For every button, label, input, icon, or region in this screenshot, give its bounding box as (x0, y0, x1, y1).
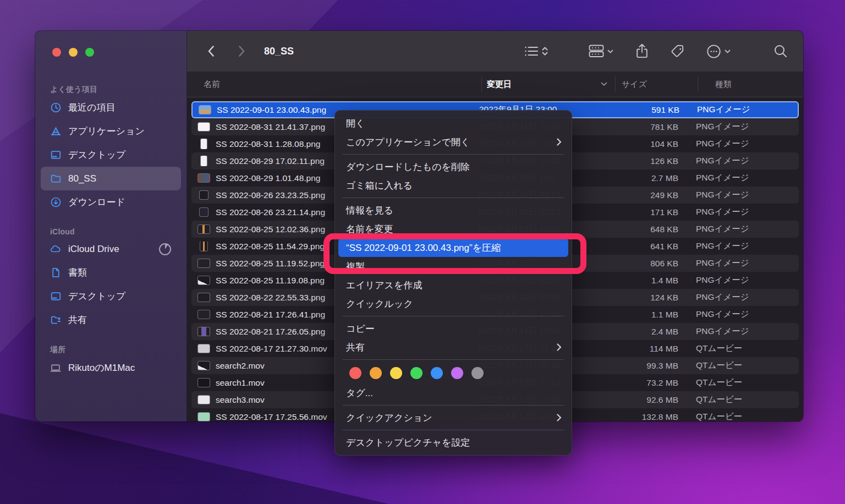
file-thumbnail (198, 123, 210, 131)
context-menu: 開く このアプリケーションで開く ダウンロードしたものを削除 ゴミ箱に入れる 情… (334, 110, 572, 456)
menu-item-move-to-trash[interactable]: ゴミ箱に入れる (335, 176, 572, 195)
zoom-button[interactable] (85, 48, 94, 57)
sync-progress-icon (159, 243, 171, 255)
tag-red[interactable] (349, 367, 361, 379)
sidebar-item-80-ss[interactable]: 80_SS (41, 167, 181, 190)
sidebar-item-desktop[interactable]: デスクトップ (41, 143, 181, 167)
menu-separator (343, 316, 564, 316)
sort-chevron-icon (601, 72, 607, 97)
column-header-name[interactable]: 名前 (204, 72, 220, 97)
column-divider[interactable] (481, 76, 482, 92)
tag-color-row (335, 363, 572, 384)
submenu-arrow-icon (557, 138, 562, 146)
menu-item-open-with[interactable]: このアプリケーションで開く (335, 133, 572, 151)
sidebar-item-m1mac[interactable]: RikutoのM1Mac (41, 356, 181, 380)
chevron-down-icon (725, 50, 731, 53)
minimize-button[interactable] (69, 48, 78, 57)
submenu-arrow-icon (557, 414, 562, 421)
sidebar-item-label: ダウンロード (68, 196, 125, 209)
sidebar-section-icloud: iCloud (50, 227, 186, 236)
menu-item-open[interactable]: 開く (335, 114, 572, 133)
chevron-down-icon (607, 50, 613, 53)
file-thumbnail (198, 276, 210, 284)
tag-blue[interactable] (431, 367, 443, 379)
share-button[interactable] (635, 43, 649, 59)
tag-green[interactable] (410, 367, 422, 379)
sidebar-item-documents[interactable]: 書類 (41, 261, 181, 284)
file-thumbnail (198, 344, 210, 353)
sidebar-item-label: iCloud Drive (68, 244, 152, 255)
menu-item-share[interactable]: 共有 (335, 338, 572, 357)
file-thumbnail (200, 191, 208, 199)
sidebar-section-locations: 場所 (50, 345, 186, 355)
tag-yellow[interactable] (390, 367, 402, 379)
desktop-icon (50, 291, 62, 303)
menu-item-tags[interactable]: タグ... (335, 384, 572, 402)
sidebar-item-label: デスクトップ (68, 290, 125, 303)
file-thumbnail (198, 396, 210, 404)
sidebar-item-label: アプリケーション (68, 125, 145, 138)
menu-separator (343, 154, 564, 155)
menu-item-make-alias[interactable]: エイリアスを作成 (335, 276, 572, 294)
close-button[interactable] (52, 48, 61, 57)
sidebar-item-label: 共有 (68, 314, 87, 326)
menu-item-quick-look[interactable]: クイックルック (335, 294, 572, 313)
file-thumbnail (198, 327, 210, 336)
file-thumbnail (199, 106, 211, 114)
tag-purple[interactable] (451, 367, 463, 379)
tag-button[interactable] (671, 44, 685, 59)
file-thumbnail (200, 242, 207, 251)
download-icon (50, 196, 62, 209)
column-divider[interactable] (615, 76, 616, 92)
desktop: よく使う項目 最近の項目 アプリケーション (0, 0, 845, 504)
menu-item-rename[interactable]: 名前を変更 (335, 220, 572, 238)
column-divider[interactable] (698, 76, 698, 92)
column-header-kind[interactable]: 種類 (715, 72, 732, 97)
sidebar-item-label: 最近の項目 (68, 101, 115, 114)
desktop-icon (50, 149, 62, 161)
column-header: 名前 変更日 サイズ 種類 (187, 72, 803, 97)
file-thumbnail (198, 361, 210, 370)
sidebar-item-shared[interactable]: 共有 (41, 308, 181, 332)
menu-separator (343, 359, 564, 360)
submenu-arrow-icon (557, 343, 562, 351)
file-thumbnail (198, 413, 210, 421)
menu-item-set-desktop-picture[interactable]: デスクトップピクチャを設定 (335, 433, 572, 452)
menu-item-delete-download[interactable]: ダウンロードしたものを削除 (335, 157, 572, 176)
sidebar-item-icloud-drive[interactable]: iCloud Drive (41, 237, 181, 261)
tag-gray[interactable] (471, 367, 484, 379)
sidebar-item-icloud-desktop[interactable]: デスクトップ (41, 284, 181, 308)
sort-direction-control[interactable] (542, 47, 548, 56)
window-controls (52, 48, 94, 57)
toolbar: 80_SS (187, 31, 803, 72)
group-by-button[interactable] (589, 45, 613, 58)
file-thumbnail (200, 208, 208, 216)
sidebar-item-applications[interactable]: アプリケーション (41, 119, 181, 143)
sidebar-item-label: 80_SS (68, 173, 96, 184)
file-thumbnail (201, 156, 207, 166)
clock-icon (50, 102, 62, 114)
menu-item-quick-actions[interactable]: クイックアクション (335, 408, 572, 427)
menu-item-duplicate[interactable]: 複製 (335, 257, 572, 276)
column-header-size[interactable]: サイズ (622, 72, 647, 97)
list-view-button[interactable] (524, 45, 539, 57)
menu-separator (343, 430, 564, 430)
tag-orange[interactable] (370, 367, 382, 379)
forward-button[interactable] (233, 43, 250, 59)
menu-item-copy[interactable]: コピー (335, 319, 572, 338)
file-thumbnail (201, 139, 207, 149)
menu-item-compress[interactable]: “SS 2022-09-01 23.00.43.png”を圧縮 (338, 238, 568, 257)
file-thumbnail (198, 225, 210, 233)
back-button[interactable] (202, 43, 219, 59)
appstore-icon (50, 125, 62, 138)
laptop-icon (50, 362, 62, 374)
sidebar-section-favorites: よく使う項目 (50, 85, 186, 95)
menu-item-get-info[interactable]: 情報を見る (335, 201, 572, 220)
folder-icon (50, 173, 62, 185)
more-actions-button[interactable] (706, 44, 731, 59)
search-icon[interactable] (773, 44, 788, 58)
sidebar-item-recents[interactable]: 最近の項目 (41, 96, 181, 119)
sidebar-item-label: RikutoのM1Mac (68, 361, 135, 374)
column-header-date[interactable]: 変更日 (487, 72, 512, 97)
sidebar-item-downloads[interactable]: ダウンロード (41, 190, 181, 214)
